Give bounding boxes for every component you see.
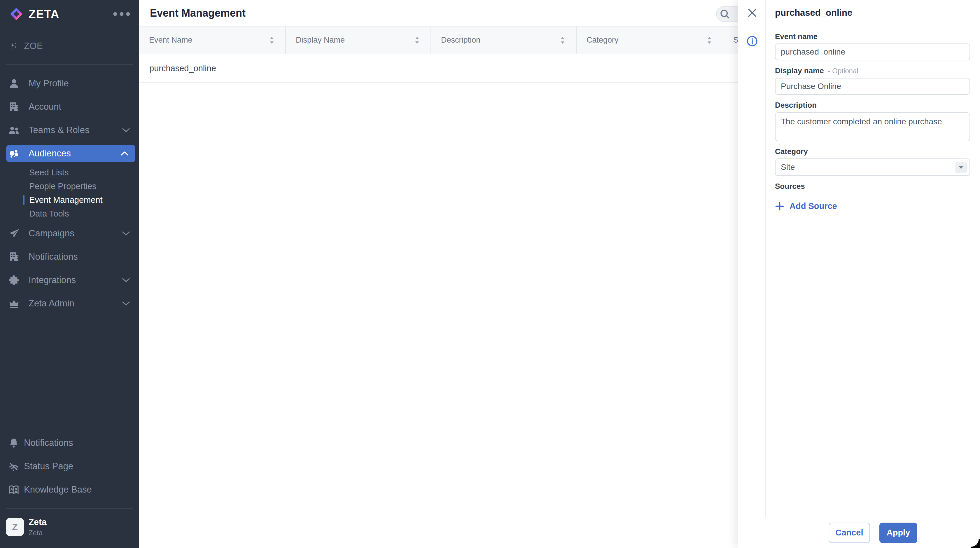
app-window: ZETA ZOE My Profile	[0, 0, 980, 548]
person-icon	[8, 78, 21, 89]
sidebar-item-label: Account	[29, 102, 61, 112]
sidebar-item-teams-roles[interactable]: Teams & Roles	[0, 118, 139, 142]
sidebar-item-label: ZOE	[24, 41, 43, 51]
sidebar-item-label: Notifications	[24, 438, 73, 448]
column-header-description[interactable]: Description	[431, 27, 577, 54]
sidebar-item-label: Seed Lists	[29, 168, 68, 177]
display-name-input[interactable]: Purchase Online	[775, 78, 970, 95]
display-name-label: Display name - Optional	[775, 66, 970, 76]
sidebar-item-people-properties[interactable]: People Properties	[0, 180, 139, 193]
sidebar-item-label: Status Page	[24, 461, 73, 472]
column-label: Display Name	[296, 36, 345, 45]
event-name-input[interactable]: purchased_online	[775, 43, 970, 61]
sidebar-item-my-profile[interactable]: My Profile	[0, 72, 139, 95]
sidebar-item-campaigns[interactable]: Campaigns	[0, 222, 139, 245]
sidebar-item-notifications-nav[interactable]: Notifications	[0, 245, 139, 268]
window-corner-artifact	[971, 539, 980, 548]
logo-row: ZETA	[0, 0, 139, 28]
status-signal-icon	[7, 460, 20, 472]
drawer-content: purchased_online Event name purchased_on…	[766, 0, 980, 548]
sort-icon[interactable]	[269, 36, 274, 45]
sidebar-item-data-tools[interactable]: Data Tools	[0, 207, 139, 221]
sidebar-item-knowledge-base[interactable]: A Knowledge Base	[0, 478, 139, 501]
category-value: Site	[781, 162, 795, 172]
people-icon	[8, 124, 21, 136]
sidebar-item-label: Event Management	[29, 195, 102, 205]
sidebar-item-label: Data Tools	[29, 209, 69, 218]
sidebar-item-zeta-admin[interactable]: Zeta Admin	[0, 292, 139, 315]
sidebar-footer: Notifications Status Page A Knowledg	[0, 431, 139, 548]
sidebar-item-label: Audiences	[29, 148, 71, 159]
description-label: Description	[775, 100, 970, 110]
drawer-title: purchased_online	[775, 8, 852, 18]
bell-icon	[7, 437, 20, 449]
chevron-down-icon	[122, 277, 130, 283]
cancel-button[interactable]: Cancel	[829, 523, 870, 543]
drawer-footer: Cancel Apply	[738, 517, 980, 548]
category-label: Category	[775, 147, 970, 156]
plus-icon	[775, 202, 784, 211]
sidebar-item-label: Integrations	[29, 275, 76, 285]
close-icon[interactable]	[747, 8, 757, 18]
user-meta: Zeta Zeta	[29, 517, 47, 537]
logo-text: ZETA	[29, 8, 59, 21]
sidebar-item-label: Notifications	[29, 252, 78, 262]
user-account: Zeta	[29, 529, 47, 537]
avatar: Z	[6, 518, 24, 536]
audiences-sub-list: Seed Lists People Properties Event Manag…	[0, 166, 139, 221]
sparkles-icon	[8, 40, 21, 52]
zeta-logo-icon	[10, 8, 23, 21]
chevron-down-icon	[122, 231, 130, 236]
sidebar-item-account[interactable]: Account	[0, 95, 139, 118]
building-icon	[8, 251, 21, 263]
sources-label: Sources	[775, 182, 970, 191]
column-label: Description	[441, 36, 480, 45]
sort-icon[interactable]	[560, 36, 565, 45]
display-name-label-text: Display name	[775, 66, 824, 75]
category-select[interactable]: Site	[775, 158, 970, 176]
chevron-up-icon	[120, 151, 129, 156]
sidebar-item-label: Campaigns	[29, 228, 75, 239]
sidebar-item-audiences[interactable]: Audiences	[6, 145, 135, 162]
column-header-category[interactable]: Category	[577, 27, 723, 54]
paper-plane-icon	[8, 228, 21, 239]
drawer-header: purchased_online	[766, 0, 980, 26]
search-icon	[719, 8, 731, 20]
sort-icon[interactable]	[707, 36, 712, 45]
sidebar-item-label: Knowledge Base	[24, 484, 92, 495]
user-name: Zeta	[29, 517, 47, 527]
building-icon	[8, 101, 21, 113]
chevron-down-icon	[122, 127, 130, 133]
column-header-event-name[interactable]: Event Name	[139, 27, 286, 54]
add-source-label: Add Source	[789, 201, 837, 211]
puzzle-icon	[8, 274, 21, 286]
apply-button[interactable]: Apply	[880, 523, 917, 543]
event-name-label: Event name	[775, 32, 970, 41]
user-account-row[interactable]: Z Zeta Zeta	[6, 517, 133, 537]
description-textarea[interactable]: The customer completed an online purchas…	[775, 112, 970, 141]
sidebar-item-integrations[interactable]: Integrations	[0, 268, 139, 292]
sidebar-item-zoe[interactable]: ZOE	[0, 34, 139, 58]
sidebar-divider	[6, 508, 133, 509]
sidebar-item-status-page[interactable]: Status Page	[0, 455, 139, 478]
sort-icon[interactable]	[415, 36, 419, 45]
crown-icon	[8, 298, 21, 309]
sidebar-item-label: People Properties	[29, 182, 97, 191]
ellipsis-menu-icon[interactable]	[112, 8, 131, 20]
event-name-cell: purchased_online	[150, 64, 216, 73]
sidebar-item-event-management[interactable]: Event Management	[0, 193, 139, 207]
column-label: Category	[587, 36, 619, 45]
add-source-button[interactable]: Add Source	[775, 201, 970, 211]
column-header-display-name[interactable]: Display Name	[286, 27, 431, 54]
sidebar-item-notifications[interactable]: Notifications	[0, 431, 139, 455]
dropdown-caret-icon[interactable]	[956, 162, 967, 173]
sidebar-item-seed-lists[interactable]: Seed Lists	[0, 166, 139, 180]
audience-bubbles-icon	[8, 148, 21, 159]
chevron-down-icon	[122, 301, 130, 306]
column-label: Event Name	[149, 36, 192, 45]
info-icon[interactable]	[746, 35, 758, 47]
optional-hint: - Optional	[826, 67, 858, 75]
book-icon: A	[7, 484, 20, 495]
sidebar-item-label: My Profile	[29, 78, 69, 89]
svg-text:A: A	[11, 487, 13, 491]
